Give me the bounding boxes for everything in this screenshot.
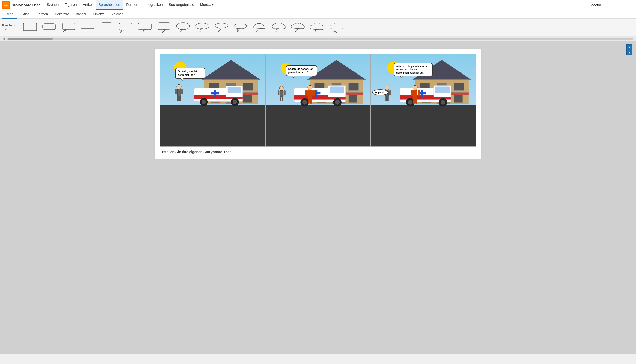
nav-item-infografiken[interactable]: Infografiken <box>141 0 166 10</box>
svg-rect-45 <box>211 92 219 94</box>
scene-1: Oh nein, was ist denn hier los? <box>160 54 265 146</box>
panel-1[interactable]: Oh nein, was ist denn hier los? <box>160 54 266 147</box>
svg-rect-4 <box>43 24 56 30</box>
bubble-flat-rectangle[interactable] <box>79 21 96 34</box>
svg-rect-69 <box>330 86 344 93</box>
svg-point-76 <box>280 86 284 90</box>
svg-point-28 <box>335 31 336 32</box>
bubble-tall-rectangle[interactable] <box>98 21 115 34</box>
arrow-up-button[interactable]: ▲ <box>626 44 632 50</box>
svg-marker-24 <box>276 29 279 32</box>
bubble-rectangle[interactable] <box>21 21 39 34</box>
svg-rect-84 <box>305 90 308 96</box>
svg-rect-115 <box>413 90 417 98</box>
svg-rect-113 <box>387 96 388 101</box>
svg-rect-118 <box>413 97 415 104</box>
svg-rect-52 <box>175 89 177 94</box>
svg-rect-13 <box>158 23 170 30</box>
svg-rect-111 <box>389 90 391 95</box>
svg-rect-77 <box>280 90 284 97</box>
ambulance-svg-3 <box>397 79 458 111</box>
bubble-cloud-2[interactable] <box>270 21 288 34</box>
nav-item-szenen[interactable]: Szenen <box>44 0 62 10</box>
sec-nav-zeichen[interactable]: Zeichen <box>108 10 127 19</box>
scene-2: Sagen Sie schon, ist jemand verletzt? <box>266 54 371 146</box>
arrow-down-button[interactable]: ▼ <box>626 50 632 55</box>
nav-item-formen[interactable]: Formen <box>123 0 141 10</box>
nav-item-suchergebnisse[interactable]: Suchergebnisse <box>166 0 197 10</box>
svg-rect-78 <box>278 90 280 95</box>
svg-point-75 <box>335 100 340 105</box>
scrollbar-thumb[interactable] <box>8 38 53 40</box>
bubble-speech-1[interactable] <box>117 21 134 34</box>
sec-nav-formen[interactable]: Formen <box>33 10 51 19</box>
svg-marker-14 <box>162 30 165 33</box>
svg-rect-87 <box>310 97 312 104</box>
svg-rect-5 <box>63 23 75 30</box>
sec-nav-banner[interactable]: Banner <box>72 10 90 19</box>
scroll-left-button[interactable]: ◀ <box>2 37 6 41</box>
top-navigation: SBT StoryboardThat Szenen Figuren Artike… <box>0 0 636 10</box>
svg-marker-25 <box>295 29 298 32</box>
svg-rect-85 <box>312 90 315 96</box>
bubble-speech-3[interactable] <box>155 21 173 34</box>
svg-rect-81 <box>282 96 283 101</box>
bubble-dotted-cloud[interactable] <box>327 21 345 34</box>
scrollbar-area: ◀ <box>0 36 636 41</box>
svg-point-47 <box>202 100 206 104</box>
panel-3[interactable]: Hups, ok! Ähm, ich bin gerade von der Ar… <box>371 54 476 147</box>
speech-bubble-3b: Hups, ok! <box>372 89 388 95</box>
panel-2[interactable]: Sagen Sie schon, ist jemand verletzt? <box>266 54 371 147</box>
bubble-oval-squash[interactable] <box>213 21 230 34</box>
free-form-text-label: Free Form Text <box>2 24 20 31</box>
bubble-cloud-1[interactable] <box>251 21 268 34</box>
search-input[interactable] <box>589 2 634 8</box>
storyboard-caption: Erstellen Sie Ihre eigenen Storyboard Th… <box>160 150 476 154</box>
sec-nav-rede[interactable]: Rede <box>2 10 17 19</box>
bubble-oval-wave[interactable] <box>232 21 249 34</box>
scrollbar-track[interactable] <box>7 38 633 40</box>
svg-point-114 <box>413 85 417 90</box>
sec-nav-dekorativ[interactable]: Dekorativ <box>51 10 72 19</box>
svg-point-82 <box>308 85 312 90</box>
secondary-navigation: Rede Aktion Formen Dekorativ Banner Obje… <box>0 10 636 19</box>
svg-marker-12 <box>143 30 146 33</box>
bubble-rectangle-rounded[interactable] <box>40 21 58 34</box>
svg-marker-21 <box>237 29 240 32</box>
logo[interactable]: SBT StoryboardThat <box>2 1 40 9</box>
nav-item-figuren[interactable]: Figuren <box>62 0 80 10</box>
svg-point-19 <box>215 23 228 28</box>
ambulance-svg-1 <box>192 79 249 111</box>
svg-rect-53 <box>181 89 183 94</box>
scene-3: Hups, ok! Ähm, ich bin gerade von der Ar… <box>371 54 476 146</box>
bubble-cloud-3[interactable] <box>289 21 307 34</box>
person-svg-2b <box>303 85 316 110</box>
svg-rect-86 <box>308 97 310 104</box>
person-svg-2a <box>276 85 287 107</box>
nav-item-more[interactable]: More... ▾ <box>197 0 217 10</box>
bubble-cloud-4[interactable] <box>308 21 326 34</box>
nav-item-sprechblasen[interactable]: Sprechblasen <box>96 0 123 10</box>
svg-rect-43 <box>228 87 241 93</box>
svg-marker-6 <box>63 30 67 32</box>
logo-icon: SBT <box>2 1 10 9</box>
chevron-down-icon: ▾ <box>212 3 214 7</box>
sec-nav-objekte[interactable]: Objekte <box>90 10 108 19</box>
sec-nav-aktion[interactable]: Aktion <box>17 10 33 19</box>
person-svg-1 <box>173 84 185 107</box>
svg-rect-8 <box>102 23 111 31</box>
bubble-oval-wide[interactable] <box>193 21 211 34</box>
speech-bubble-3a: Ähm, ich bin gerade von der Arbeit nach … <box>394 63 433 76</box>
bubble-oval[interactable] <box>174 21 192 34</box>
svg-point-29 <box>336 32 337 33</box>
svg-marker-26 <box>315 30 318 33</box>
nav-item-artikel[interactable]: Artikel <box>80 0 96 10</box>
panels-row: Oh nein, was ist denn hier los? <box>160 54 476 147</box>
bubble-speech-2[interactable] <box>136 21 154 34</box>
svg-text:SBT: SBT <box>4 4 9 7</box>
bubble-callout-left[interactable] <box>59 21 77 34</box>
svg-rect-83 <box>308 90 312 98</box>
svg-point-49 <box>233 100 237 104</box>
person-svg-3b <box>409 85 422 110</box>
svg-rect-79 <box>284 90 286 95</box>
